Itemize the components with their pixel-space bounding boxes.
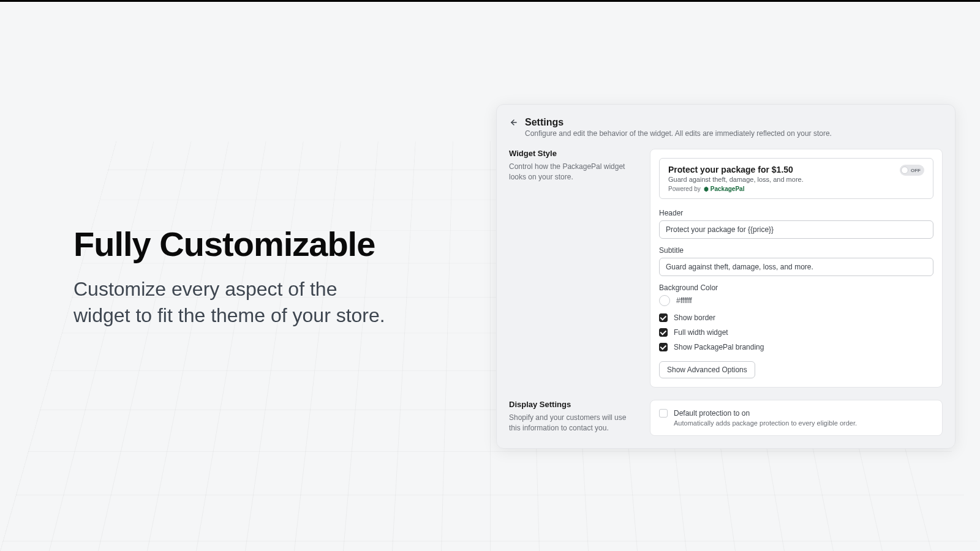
- subtitle-field-label: Subtitle: [659, 246, 933, 255]
- show-branding-label: Show PackagePal branding: [674, 343, 764, 351]
- default-protection-label: Default protection to on: [674, 409, 857, 418]
- back-arrow-icon[interactable]: [509, 118, 519, 127]
- preview-subtitle: Guard against theft, damage, loss, and m…: [668, 176, 804, 183]
- settings-title: Settings: [525, 117, 564, 128]
- widget-style-card: Protect your package for $1.50 Guard aga…: [650, 149, 943, 388]
- bg-color-label: Background Color: [659, 283, 933, 292]
- widget-style-section-title: Widget Style: [509, 149, 638, 158]
- powered-by-label: Powered by: [668, 186, 701, 192]
- bg-color-value: #ffffff: [676, 296, 692, 305]
- widget-preview: Protect your package for $1.50 Guard aga…: [659, 158, 933, 199]
- default-protection-desc: Automatically adds package protection to…: [674, 419, 857, 427]
- toggle-knob: [901, 167, 908, 174]
- hero-title: Fully Customizable: [74, 224, 392, 264]
- header-field-label: Header: [659, 209, 933, 217]
- show-advanced-options-button[interactable]: Show Advanced Options: [659, 361, 755, 378]
- bg-color-swatch[interactable]: [659, 295, 670, 306]
- settings-subtitle: Configure and edit the behavior of the w…: [525, 129, 943, 138]
- full-width-label: Full width widget: [674, 328, 728, 337]
- display-settings-section-desc: Shopify and your customers will use this…: [509, 413, 638, 433]
- brand-name: PackagePal: [710, 186, 745, 192]
- full-width-checkbox[interactable]: [659, 328, 668, 337]
- show-branding-checkbox[interactable]: [659, 343, 668, 351]
- packagepal-logo: PackagePal: [703, 186, 745, 192]
- subtitle-input[interactable]: [659, 258, 933, 276]
- show-border-checkbox[interactable]: [659, 313, 668, 322]
- display-settings-section-title: Display Settings: [509, 400, 638, 409]
- display-settings-card: Default protection to on Automatically a…: [650, 400, 943, 436]
- settings-panel: Settings Configure and edit the behavior…: [496, 104, 956, 449]
- widget-style-section-desc: Control how the PackagePal widget looks …: [509, 162, 638, 182]
- preview-toggle[interactable]: OFF: [900, 165, 924, 176]
- hero-subtitle: Customize every aspect of the widget to …: [74, 276, 392, 329]
- show-border-label: Show border: [674, 313, 715, 322]
- preview-title: Protect your package for $1.50: [668, 165, 804, 174]
- toggle-off-label: OFF: [911, 168, 921, 173]
- default-protection-checkbox[interactable]: [659, 409, 668, 418]
- header-input[interactable]: [659, 220, 933, 239]
